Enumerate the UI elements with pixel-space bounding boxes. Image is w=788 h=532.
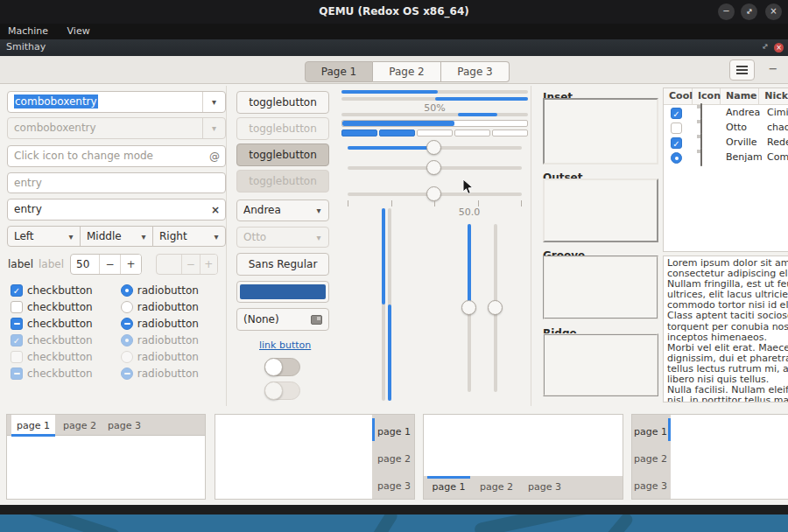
chevron-down-icon: ▾ bbox=[202, 118, 225, 138]
chevron-down-icon: ▾ bbox=[62, 227, 80, 246]
progressbar-pulse bbox=[341, 113, 528, 116]
textview-content[interactable]: Lorem ipsum dolor sit amet, consectetur … bbox=[664, 256, 788, 402]
cell-nick: chaot bbox=[762, 122, 788, 133]
link-button[interactable]: link button bbox=[259, 340, 311, 351]
dropdown-left[interactable]: Left ▾ bbox=[7, 226, 81, 247]
levelbar-fill bbox=[342, 121, 454, 126]
minimize-icon[interactable]: − bbox=[718, 4, 735, 20]
progressbar-pulse-fill bbox=[458, 113, 497, 116]
vscale-filled-knob[interactable] bbox=[461, 300, 476, 315]
vscale-plain-knob[interactable] bbox=[488, 300, 503, 315]
checkbutton-label: checkbutton bbox=[27, 318, 93, 330]
switch-off-disabled bbox=[264, 382, 300, 400]
progressbar-rtl bbox=[341, 97, 528, 101]
chevron-down-icon: ▾ bbox=[309, 228, 328, 247]
vlevelbar-fill bbox=[382, 208, 385, 304]
switch-off[interactable] bbox=[264, 358, 300, 376]
spin-plus-icon: + bbox=[200, 255, 217, 274]
checkbox-icon[interactable] bbox=[11, 301, 23, 313]
hscale-plain-knob[interactable] bbox=[426, 160, 441, 175]
spin-plus-icon[interactable]: + bbox=[120, 255, 141, 274]
spinbutton[interactable]: 50 − + bbox=[70, 254, 142, 275]
tab-page-1[interactable]: Page 1 bbox=[305, 61, 373, 82]
treeview[interactable]: Cool Icon Name Nick ✓ Andrea Cimi Otto c… bbox=[663, 88, 788, 252]
radio-mixed-icon bbox=[121, 368, 133, 380]
nb1-tab-page3[interactable]: page 3 bbox=[104, 420, 144, 431]
checkbutton-label: checkbutton bbox=[27, 301, 93, 313]
close-icon[interactable]: × bbox=[765, 4, 782, 20]
nb2-tab-page1[interactable]: page 1 bbox=[376, 426, 412, 438]
combobox-entry[interactable]: comboboxentry ▾ bbox=[7, 91, 226, 113]
nb2-tab-page2[interactable]: page 2 bbox=[376, 453, 412, 465]
togglebutton[interactable]: togglebutton bbox=[236, 91, 329, 114]
nb3-tab-page1[interactable]: page 1 bbox=[427, 481, 470, 493]
column-header-icon[interactable]: Icon bbox=[693, 88, 721, 104]
switch-knob[interactable] bbox=[264, 358, 283, 376]
mouse-cursor bbox=[462, 178, 475, 195]
image-file-icon bbox=[311, 315, 322, 325]
chevron-down-icon: ▾ bbox=[309, 200, 328, 220]
tab-page-3[interactable]: Page 3 bbox=[441, 61, 510, 82]
menu-view[interactable]: View bbox=[60, 24, 98, 39]
spinbutton-value[interactable]: 50 bbox=[71, 255, 99, 274]
combobox[interactable]: Andrea ▾ bbox=[236, 200, 329, 221]
checkbutton-label: checkbutton bbox=[27, 334, 93, 346]
column-header-nick[interactable]: Nick bbox=[759, 88, 788, 104]
cell-name: Orville bbox=[721, 136, 762, 148]
nb3-tab-page3[interactable]: page 3 bbox=[524, 481, 565, 493]
checkbox-mixed-icon[interactable] bbox=[11, 318, 23, 330]
smithay-close-icon[interactable]: × bbox=[774, 43, 784, 52]
table-row[interactable]: Benjamin Comp bbox=[664, 150, 788, 164]
combobox-disabled-value: Otto bbox=[243, 231, 266, 243]
change-mode-icon[interactable]: @ bbox=[209, 146, 220, 167]
hamburger-menu-icon[interactable] bbox=[729, 60, 755, 80]
chevron-down-icon[interactable]: ▾ bbox=[202, 92, 225, 112]
column-header-name[interactable]: Name bbox=[721, 88, 759, 104]
nb3-tab-page2[interactable]: page 2 bbox=[476, 481, 517, 493]
dropdown-right[interactable]: Right ▾ bbox=[152, 226, 226, 247]
row-radio-selected-icon[interactable] bbox=[671, 152, 682, 164]
file-chooser-button[interactable]: (None) bbox=[236, 308, 329, 331]
dropdown-middle[interactable]: Middle ▾ bbox=[80, 226, 153, 247]
row-checkbox-checked-icon[interactable]: ✓ bbox=[671, 137, 682, 149]
togglebutton-active[interactable]: togglebutton bbox=[236, 144, 329, 166]
vlevelbar-fill bbox=[388, 304, 391, 401]
nb1-tab-page1[interactable]: page 1 bbox=[11, 420, 55, 431]
radio-mixed-icon[interactable] bbox=[121, 318, 133, 330]
nb4-tab-page1[interactable]: page 1 bbox=[633, 426, 668, 438]
clear-icon[interactable]: × bbox=[211, 200, 220, 220]
entry-placeholder-field[interactable]: entry bbox=[7, 172, 226, 193]
menu-machine[interactable]: Machine bbox=[0, 24, 56, 39]
table-row[interactable]: Otto chaot bbox=[664, 120, 788, 135]
smithay-maximize-icon[interactable]: ↔ bbox=[760, 41, 770, 52]
font-button[interactable]: Sans Regular 12 bbox=[236, 253, 329, 276]
radio-icon[interactable] bbox=[121, 301, 133, 313]
frame-outset bbox=[543, 178, 658, 242]
spin-minus-icon[interactable]: − bbox=[99, 255, 120, 274]
hscale-filled-knob[interactable] bbox=[426, 140, 441, 155]
checkbox-checked-icon[interactable]: ✓ bbox=[11, 284, 23, 297]
color-button[interactable] bbox=[236, 281, 329, 303]
row-checkbox-icon[interactable] bbox=[671, 122, 682, 134]
progressbar-ltr bbox=[341, 90, 528, 94]
textview[interactable]: Lorem ipsum dolor sit amet, consectetur … bbox=[663, 256, 788, 402]
nb4-tab-page3[interactable]: page 3 bbox=[633, 480, 668, 492]
table-row[interactable]: ✓ Orville Reder bbox=[664, 135, 788, 150]
hscale-marks-knob[interactable] bbox=[426, 186, 441, 201]
tab-page-2[interactable]: Page 2 bbox=[373, 61, 441, 82]
dropdown-left-label: Left bbox=[14, 230, 34, 242]
row-checkbox-checked-icon[interactable]: ✓ bbox=[671, 108, 682, 119]
window-minimize-icon[interactable]: − bbox=[765, 60, 781, 80]
column-header-cool[interactable]: Cool bbox=[664, 88, 693, 104]
dropdown-right-label: Right bbox=[159, 230, 187, 242]
radio-selected-icon[interactable] bbox=[121, 284, 133, 297]
entry-clearable-field[interactable]: entry × bbox=[7, 199, 226, 220]
nb1-tab-page2[interactable]: page 2 bbox=[60, 420, 100, 431]
smithay-titlebar[interactable]: Smithay ↔ × bbox=[0, 39, 788, 56]
maximize-icon[interactable]: ↔ bbox=[741, 4, 757, 20]
mode-entry[interactable]: Click icon to change mode @ bbox=[7, 145, 226, 167]
table-row[interactable]: ✓ Andrea Cimi bbox=[664, 105, 788, 120]
nb2-tab-page3[interactable]: page 3 bbox=[376, 480, 412, 492]
nb4-tab-page2[interactable]: page 2 bbox=[633, 453, 668, 465]
cell-nick: Cimi bbox=[762, 107, 788, 118]
